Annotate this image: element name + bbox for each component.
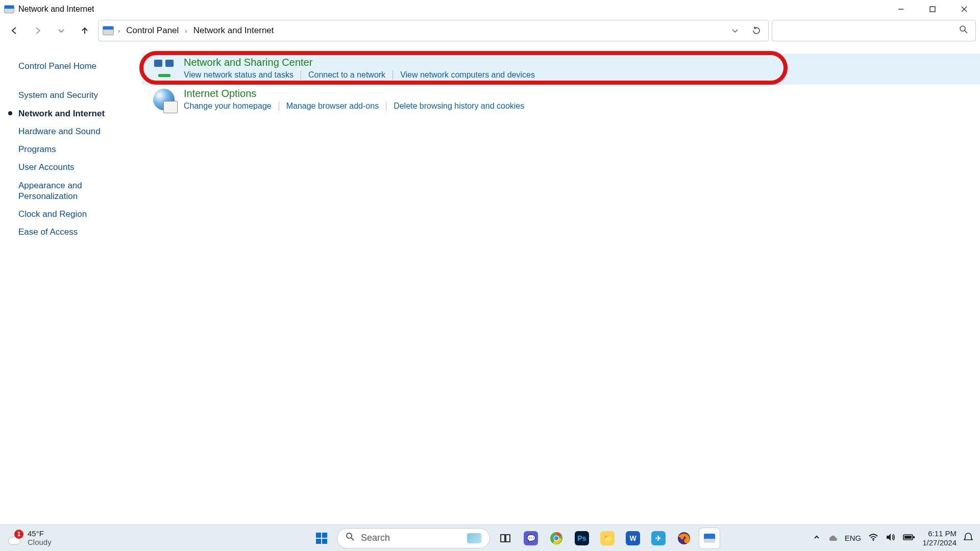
taskbar-search[interactable]: Search [337,528,490,548]
svg-rect-9 [322,539,327,544]
back-button[interactable] [4,21,24,40]
weather-icon: 1 [7,531,22,546]
window-title: Network and Internet [18,5,94,14]
chevron-right-icon: › [185,27,187,35]
link-change-homepage[interactable]: Change your homepage [184,102,272,111]
weather-cond: Cloudy [28,538,52,547]
breadcrumb-1[interactable]: Network and Internet [191,24,276,37]
link-delete-browsing-history[interactable]: Delete browsing history and cookies [394,102,524,111]
onedrive-icon[interactable] [827,534,838,542]
breadcrumb-0[interactable]: Control Panel [124,24,181,37]
chevron-right-icon: › [118,27,120,35]
sidebar-item-system-and-security[interactable]: System and Security [18,88,131,103]
svg-point-20 [873,540,874,541]
clock-time: 6:11 PM [922,529,957,538]
sidebar-item-clock-and-region[interactable]: Clock and Region [18,207,131,221]
language-indicator[interactable]: ENG [845,534,862,542]
link-manage-browser-addons[interactable]: Manage browser add-ons [286,102,379,111]
svg-rect-23 [913,536,915,538]
search-box[interactable] [772,20,976,41]
sidebar: Control Panel Home System and Security N… [0,43,142,524]
sidebar-item-hardware-and-sound[interactable]: Hardware and Sound [18,124,131,139]
taskbar-app-chat[interactable]: 💬 [521,528,541,548]
control-panel-home-link[interactable]: Control Panel Home [18,59,131,73]
svg-rect-19 [704,539,715,543]
start-button[interactable] [311,528,332,548]
weather-temp: 45°F [28,530,52,538]
toolbar: › Control Panel › Network and Internet [0,18,980,43]
search-icon [959,25,968,37]
tray-overflow-icon[interactable] [813,534,820,542]
sidebar-item-programs[interactable]: Programs [18,142,131,157]
taskbar-app-chrome[interactable] [546,528,567,548]
divider [279,102,279,111]
taskbar-app-explorer[interactable]: 📁 [597,528,618,548]
category-network-and-sharing-center: Network and Sharing Center View network … [142,54,980,85]
recent-button[interactable] [51,21,71,40]
svg-point-16 [554,536,558,540]
search-input[interactable] [779,26,959,35]
forward-button[interactable] [28,21,48,40]
close-button[interactable] [948,0,980,18]
link-connect-to-network[interactable]: Connect to a network [308,70,385,80]
svg-line-11 [351,538,354,540]
bing-icon [467,533,481,543]
maximize-button[interactable] [917,0,948,18]
location-icon [103,26,114,35]
sidebar-item-user-accounts[interactable]: User Accounts [18,160,131,174]
notifications-icon[interactable] [964,532,973,544]
sidebar-item-appearance-and-personalization[interactable]: Appearance and Personalization [18,178,131,204]
clock-date: 1/27/2024 [922,538,957,547]
address-dropdown-button[interactable] [726,22,744,39]
address-bar[interactable]: › Control Panel › Network and Internet [98,20,769,41]
taskbar-app-firefox[interactable] [674,528,694,548]
taskbar-app-photoshop[interactable]: Ps [572,528,592,548]
clock[interactable]: 6:11 PM 1/27/2024 [922,529,957,547]
taskbar-app-word[interactable]: W [623,528,643,548]
taskbar-app-control-panel[interactable] [699,528,720,548]
link-view-network-status[interactable]: View network status and tasks [184,70,293,80]
up-button[interactable] [75,21,95,40]
taskbar-weather[interactable]: 1 45°F Cloudy [0,530,255,546]
taskbar-search-placeholder: Search [361,533,461,543]
svg-rect-8 [316,539,321,544]
wifi-icon[interactable] [868,533,878,543]
svg-rect-12 [501,535,505,542]
minimize-button[interactable] [885,0,917,18]
volume-icon[interactable] [886,533,896,543]
divider [393,70,393,80]
app-icon [4,5,14,13]
titlebar: Network and Internet [0,0,980,18]
svg-rect-22 [904,536,912,539]
main-content: Network and Sharing Center View network … [142,43,980,524]
taskbar: 1 45°F Cloudy Search 💬 Ps 📁 W ✈ [0,524,980,551]
sidebar-item-ease-of-access[interactable]: Ease of Access [18,224,131,239]
taskbar-app-telegram[interactable]: ✈ [648,528,669,548]
svg-rect-6 [316,533,321,538]
task-view-button[interactable] [495,528,516,548]
weather-badge: 1 [14,530,23,539]
svg-rect-1 [930,7,935,12]
category-title[interactable]: Network and Sharing Center [184,57,535,68]
network-icon [153,58,175,79]
svg-rect-13 [506,535,510,542]
sidebar-item-network-and-internet[interactable]: Network and Internet [18,106,131,121]
globe-icon [153,89,175,110]
svg-point-10 [347,533,352,538]
divider [386,102,386,111]
svg-line-5 [965,31,967,33]
link-view-network-computers[interactable]: View network computers and devices [400,70,535,80]
search-icon [346,532,355,544]
divider [301,70,301,80]
category-internet-options: Internet Options Change your homepage Ma… [142,85,980,116]
refresh-button[interactable] [748,22,765,39]
battery-icon[interactable] [903,534,915,542]
svg-rect-7 [322,533,327,538]
category-title[interactable]: Internet Options [184,88,524,99]
svg-point-4 [960,26,965,31]
